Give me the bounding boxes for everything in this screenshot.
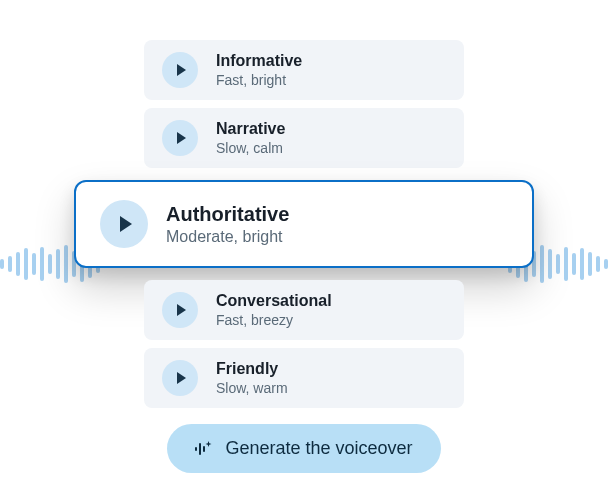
voice-desc: Fast, bright [216, 72, 302, 88]
voice-card-informative[interactable]: Informative Fast, bright [144, 40, 464, 100]
play-button[interactable] [162, 52, 198, 88]
svg-rect-1 [199, 443, 201, 455]
play-icon [177, 132, 186, 144]
play-icon [177, 372, 186, 384]
play-icon [177, 64, 186, 76]
voice-desc: Moderate, bright [166, 228, 289, 246]
svg-rect-2 [203, 446, 205, 452]
generate-label: Generate the voiceover [225, 438, 412, 459]
play-button[interactable] [100, 200, 148, 248]
play-icon [177, 304, 186, 316]
generate-voiceover-button[interactable]: Generate the voiceover [167, 424, 440, 473]
voice-desc: Slow, calm [216, 140, 285, 156]
play-icon [120, 216, 132, 232]
voice-text: Informative Fast, bright [216, 52, 302, 88]
voice-name: Friendly [216, 360, 288, 378]
voice-name: Authoritative [166, 203, 289, 226]
play-button[interactable] [162, 120, 198, 156]
voice-text: Friendly Slow, warm [216, 360, 288, 396]
voice-card-narrative[interactable]: Narrative Slow, calm [144, 108, 464, 168]
play-button[interactable] [162, 360, 198, 396]
voice-text: Authoritative Moderate, bright [166, 203, 289, 246]
voice-card-authoritative[interactable]: Authoritative Moderate, bright [74, 180, 534, 268]
voice-card-friendly[interactable]: Friendly Slow, warm [144, 348, 464, 408]
voice-text: Narrative Slow, calm [216, 120, 285, 156]
voice-desc: Fast, breezy [216, 312, 332, 328]
voice-name: Conversational [216, 292, 332, 310]
play-button[interactable] [162, 292, 198, 328]
voice-text: Conversational Fast, breezy [216, 292, 332, 328]
voice-style-list: Informative Fast, bright Narrative Slow,… [74, 40, 534, 408]
voice-card-conversational[interactable]: Conversational Fast, breezy [144, 280, 464, 340]
svg-rect-0 [195, 447, 197, 451]
voice-desc: Slow, warm [216, 380, 288, 396]
sparkle-waveform-icon [195, 441, 213, 457]
voice-name: Narrative [216, 120, 285, 138]
voice-name: Informative [216, 52, 302, 70]
